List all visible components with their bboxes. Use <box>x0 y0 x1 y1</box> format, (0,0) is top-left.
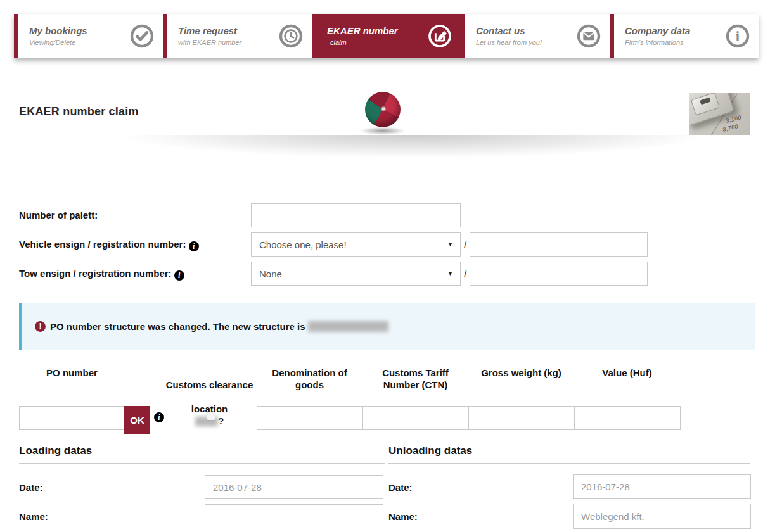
vehicle-separator: / <box>464 239 466 251</box>
tow-registration-input[interactable] <box>470 262 648 286</box>
tow-ensign-select-value: None <box>259 269 282 279</box>
vehicle-ensign-select-value: Choose one, please! <box>259 239 347 250</box>
loading-date-input[interactable] <box>205 475 383 499</box>
redacted-structure <box>308 321 388 332</box>
loading-name-input[interactable] <box>205 504 383 528</box>
col-header-ctn: Customs Tariff Number (CTN) <box>362 367 468 391</box>
loading-date-label: Date: <box>19 482 43 493</box>
check-circle-icon <box>129 23 155 49</box>
palett-input[interactable] <box>251 203 461 227</box>
vehicle-ensign-label: Vehicle ensign / registration number: i <box>19 239 199 251</box>
tab-time-request[interactable]: Time request with EKAER number <box>163 14 312 58</box>
tow-ensign-label: Tow ensign / registration number: i <box>19 268 184 281</box>
tow-info-icon[interactable]: i <box>174 270 184 281</box>
chevron-down-icon: ▼ <box>447 241 453 248</box>
po-info-icon[interactable]: i <box>154 412 164 422</box>
calculator-photo: 3,180 3,760 <box>689 93 750 135</box>
unloading-date-label: Date: <box>388 482 413 493</box>
unloading-name-input[interactable] <box>573 504 751 529</box>
tab-my-bookings[interactable]: My bookings Viewing/Delete <box>14 14 163 58</box>
denomination-input[interactable] <box>257 406 363 430</box>
loading-datas-heading: Loading datas <box>19 445 385 464</box>
tow-ensign-select[interactable]: None ▼ <box>251 262 461 286</box>
gross-weight-input[interactable] <box>468 406 575 430</box>
header-shadow <box>0 135 782 167</box>
company-logo <box>365 92 401 127</box>
alert-text: PO number structure was changed. The new… <box>50 321 388 332</box>
tow-separator: / <box>464 269 466 280</box>
customs-header-suffix: ? <box>218 415 224 426</box>
clock-icon <box>278 23 304 49</box>
photo-number: 3,180 <box>725 114 742 124</box>
unloading-name-label: Name: <box>388 511 418 522</box>
palett-label-text: Number of palett: <box>19 210 98 220</box>
ok-button[interactable]: OK <box>124 406 150 434</box>
vehicle-ensign-select[interactable]: Choose one, please! ▼ <box>251 232 461 256</box>
info-icon: i <box>725 23 750 49</box>
palett-label: Number of palett: <box>19 210 98 220</box>
col-header-po-number: PO number <box>19 367 125 379</box>
col-header-denomination: Denomination of goods <box>257 367 362 391</box>
tab-company-data[interactable]: Company data Firm's informations i <box>610 14 759 58</box>
po-number-input[interactable] <box>19 406 125 430</box>
unloading-datas-heading: Unloading datas <box>388 445 750 464</box>
edit-icon <box>427 23 452 49</box>
customs-clearance-checkbox[interactable] <box>207 412 215 421</box>
ctn-input[interactable] <box>362 406 469 430</box>
col-header-value-huf: Value (Huf) <box>574 367 680 379</box>
chevron-down-icon: ▼ <box>447 270 453 277</box>
vehicle-info-icon[interactable]: i <box>189 241 199 251</box>
po-structure-alert: ! PO number structure was changed. The n… <box>19 303 755 350</box>
main-tab-bar: My bookings Viewing/Delete Time request … <box>14 14 759 58</box>
ekaer-page: My bookings Viewing/Delete Time request … <box>0 0 782 532</box>
vehicle-registration-input[interactable] <box>470 232 648 256</box>
logo-shadow <box>360 127 406 135</box>
alert-text-content: PO number structure was changed. The new… <box>50 321 305 332</box>
unloading-date-input[interactable] <box>573 474 751 499</box>
customs-header-line1: Customs clearance <box>166 379 253 390</box>
page-header: EKAER number claim 3,180 3,760 <box>0 89 782 134</box>
tab-contact-us[interactable]: Contact us Let us hear from you! <box>461 14 610 58</box>
tow-ensign-label-text: Tow ensign / registration number: <box>19 268 172 279</box>
photo-number: 3,760 <box>722 123 739 133</box>
envelope-icon <box>576 23 601 49</box>
exclamation-circle-icon: ! <box>35 321 46 332</box>
tab-ekaer-number[interactable]: EKAER number claim <box>312 14 461 58</box>
page-title: EKAER number claim <box>19 105 139 118</box>
col-header-gross-weight: Gross weight (kg) <box>468 367 574 379</box>
loading-name-label: Name: <box>19 511 48 522</box>
value-huf-input[interactable] <box>574 406 681 430</box>
vehicle-ensign-label-text: Vehicle ensign / registration number: <box>19 239 186 250</box>
svg-text:i: i <box>736 28 740 44</box>
